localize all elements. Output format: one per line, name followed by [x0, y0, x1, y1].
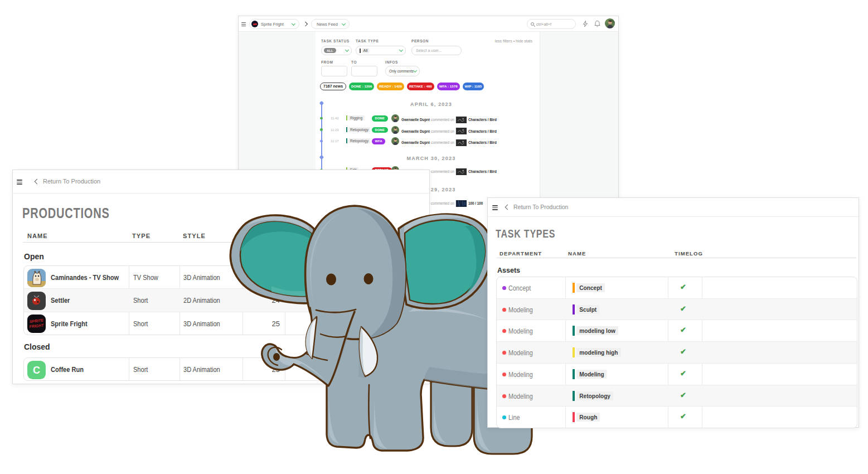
news-count-badge[interactable]: 7167 news [320, 83, 346, 90]
task-type-row[interactable]: Modeling Modeling ✔ [497, 364, 857, 385]
chevron-left-icon [505, 204, 511, 210]
task-type-label: TASK TYPE [356, 39, 379, 43]
task-type-row[interactable]: Line Rough ✔ [497, 407, 857, 428]
person-label: PERSON [411, 39, 429, 43]
task-type-color-bar [573, 412, 575, 422]
back-link[interactable]: Return To Production [506, 204, 568, 210]
task-type-color-bar [573, 369, 575, 379]
feed-item-text: Gwenaelle Dupré commented on Characters … [401, 139, 497, 146]
entity-name[interactable]: Characters / Bird [468, 170, 497, 173]
feed-item-time: 11:17 [331, 139, 339, 143]
production-avatar: C [27, 361, 46, 379]
infos-value: Only comments [389, 69, 414, 73]
bell-icon[interactable] [594, 20, 600, 27]
entity-thumbnail [456, 139, 467, 146]
task-type-name[interactable]: modeling low [576, 326, 618, 335]
feed-item-text: Gwenaelle Dupré commented on Characters … [401, 128, 497, 134]
task-type-name[interactable]: modeling high [576, 348, 621, 357]
user-avatar[interactable] [605, 18, 615, 28]
column-header-style: STYLE [183, 233, 206, 239]
task-type-name[interactable]: Modeling [576, 370, 607, 379]
task-type-select[interactable]: All [356, 46, 406, 55]
task-status-label: TASK STATUS [321, 39, 350, 43]
filter-links[interactable]: less filters • hide stats [495, 39, 532, 43]
task-type-row[interactable]: Modeling modeling low ✔ [497, 320, 857, 342]
task-type-row[interactable]: Concept Concept ✔ [497, 277, 857, 299]
wip-count-badge[interactable]: WIP : 1185 [463, 83, 484, 90]
task-type-row[interactable]: Modeling Retopology ✔ [497, 385, 857, 407]
task-status-select[interactable]: ALL [321, 46, 352, 55]
production-name[interactable]: Coffee Run [51, 365, 84, 374]
department-name: Line [508, 414, 520, 422]
action-text: commented on [431, 170, 454, 173]
production-avatar [27, 269, 46, 287]
back-link-label: Return To Production [43, 178, 100, 185]
svg-text:C: C [33, 365, 40, 376]
page-title: PRODUCTIONS [22, 205, 110, 221]
timelog-check-icon: ✔ [680, 369, 686, 378]
chevron-down-icon [345, 48, 349, 52]
author-name[interactable]: Gwenaelle Dupré [401, 141, 430, 144]
menu-icon-line [492, 209, 498, 210]
task-types-topbar: Return To Production [488, 198, 859, 217]
flash-icon[interactable] [583, 21, 588, 27]
task-type-name[interactable]: Concept [576, 283, 605, 292]
entity-name[interactable]: Characters / Bird [468, 129, 497, 133]
to-input[interactable] [351, 66, 377, 76]
wfa-count-badge[interactable]: WFA : 1578 [437, 83, 460, 90]
entity-name[interactable]: Characters / Bird [468, 141, 497, 144]
feed-item[interactable]: 11:17 Retopology WFA Gwenaelle Dupré com… [239, 137, 618, 145]
production-logo [251, 21, 258, 27]
feed-item-text: Gwenaelle Dupré commented on Characters … [401, 117, 497, 123]
ready-count-badge[interactable]: READY : 1429 [377, 83, 404, 90]
department-dot [502, 394, 506, 398]
production-name[interactable]: Sprite Fright [51, 320, 88, 328]
menu-icon[interactable] [17, 180, 22, 185]
author-name[interactable]: Gwenaelle Dupré [401, 118, 430, 122]
department-name: Modeling [508, 349, 533, 357]
page-title: TASK TYPES [496, 228, 555, 240]
task-type-row[interactable]: Modeling modeling high ✔ [497, 342, 857, 364]
entity-thumbnail [456, 117, 467, 123]
menu-icon-line [17, 182, 22, 183]
timelog-check-icon: ✔ [680, 283, 686, 291]
production-type: Short [133, 365, 148, 374]
chevron-down-icon [292, 21, 295, 25]
column-header-type: TYPE [132, 233, 151, 239]
task-type-color-bar [573, 391, 575, 401]
entity-name[interactable]: Characters / Bird [468, 118, 497, 122]
production-style: 3D Animation [183, 320, 220, 328]
menu-icon-line [17, 183, 22, 185]
task-type-name[interactable]: Retopology [576, 391, 613, 400]
breadcrumb-separator-icon [303, 21, 308, 26]
retake-count-badge[interactable]: RETAKE : 460 [407, 83, 434, 90]
menu-icon[interactable] [241, 22, 246, 26]
production-name[interactable]: Settler [51, 296, 70, 304]
infos-select[interactable]: Only comments [385, 66, 420, 76]
section-open: Open [24, 252, 44, 261]
person-input[interactable]: Select a user... [411, 46, 462, 55]
menu-icon[interactable] [492, 205, 498, 210]
from-input[interactable] [321, 66, 347, 76]
task-status-value: ALL [324, 48, 336, 53]
to-label: TO [351, 60, 357, 64]
news-topbar: Sprite Fright News Feed ctrl+alt+f [239, 16, 618, 32]
task-type-value: All [362, 48, 370, 53]
task-type-name[interactable]: Sculpt [576, 305, 599, 314]
back-link[interactable]: Return To Production [35, 178, 100, 185]
task-type-name[interactable]: Rough [576, 413, 600, 422]
search-input[interactable]: ctrl+alt+f [527, 19, 576, 29]
feed-item[interactable]: 11:23 Retopology DONE Gwenaelle Dupré co… [239, 126, 618, 134]
status-badge: WFA [372, 138, 385, 144]
production-name[interactable]: Caminandes - TV Show [51, 273, 119, 282]
author-name[interactable]: Gwenaelle Dupré [401, 129, 430, 133]
task-type-row[interactable]: Modeling Sculpt ✔ [497, 299, 857, 321]
department-name: Modeling [508, 306, 533, 314]
header-underline [497, 258, 856, 258]
feed-item[interactable]: 11:42 Rigging DONE Gwenaelle Dupré comme… [239, 114, 618, 122]
production-select[interactable]: Sprite Fright [249, 19, 299, 29]
action-text: commented on [431, 129, 454, 133]
done-count-badge[interactable]: DONE : 1206 [349, 83, 374, 90]
feed-item-time: 11:23 [331, 128, 339, 132]
page-select[interactable]: News Feed [311, 19, 350, 29]
